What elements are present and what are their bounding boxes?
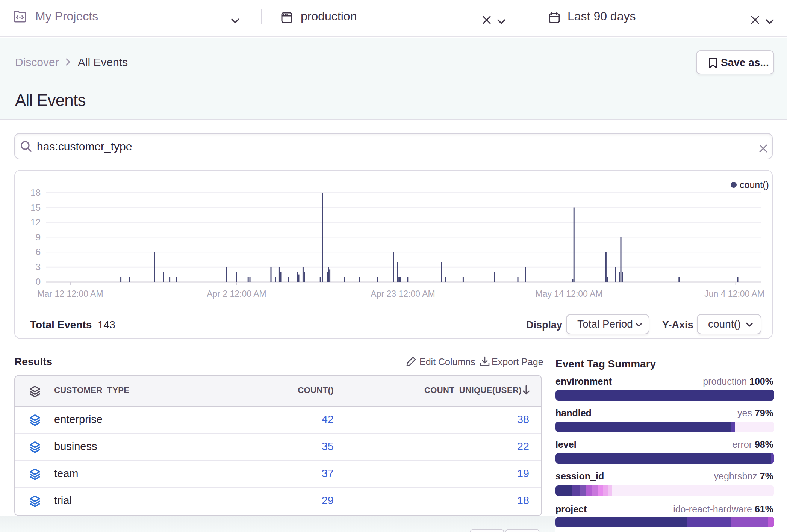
svg-text:count(): count() [740, 180, 769, 190]
svg-text:Apr 23 12:00 AM: Apr 23 12:00 AM [371, 289, 435, 299]
svg-text:6: 6 [36, 247, 41, 257]
svg-text:Mar 12 12:00 AM: Mar 12 12:00 AM [37, 289, 103, 299]
svg-text:Apr 2 12:00 AM: Apr 2 12:00 AM [207, 289, 266, 299]
svg-text:0: 0 [36, 277, 41, 287]
svg-text:9: 9 [36, 232, 41, 242]
svg-text:18: 18 [30, 187, 41, 198]
svg-text:15: 15 [30, 203, 41, 213]
svg-text:Jun 4 12:00 AM: Jun 4 12:00 AM [704, 289, 764, 299]
svg-text:12: 12 [30, 217, 41, 227]
svg-text:3: 3 [36, 262, 41, 272]
svg-text:May 14 12:00 AM: May 14 12:00 AM [536, 289, 603, 299]
